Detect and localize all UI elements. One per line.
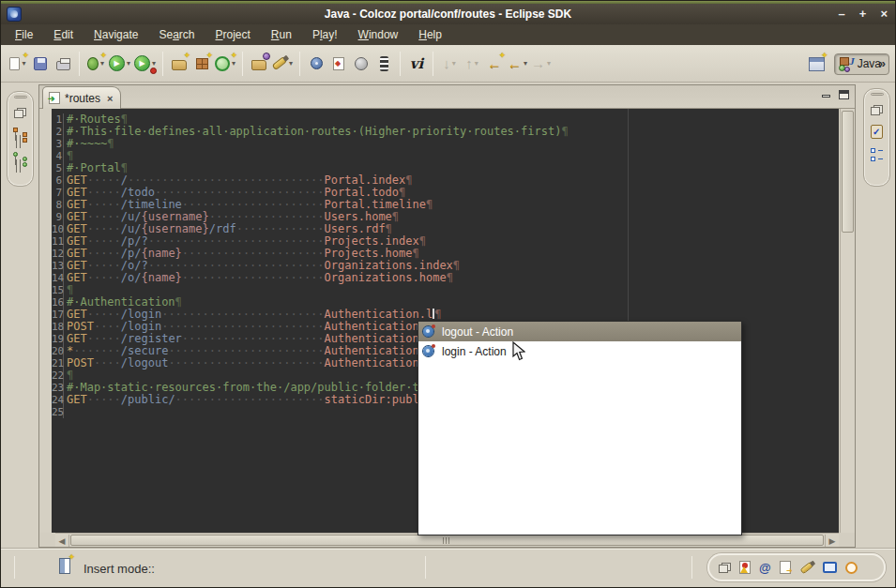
completion-item[interactable]: login - Action — [418, 341, 741, 361]
code-segment: Portal.todo — [325, 186, 399, 199]
forward-button[interactable]: →▾ — [529, 52, 553, 76]
run-button[interactable]: ▶▾ — [107, 52, 132, 76]
last-edit-location-button[interactable]: ←✦ — [483, 52, 506, 76]
horizontal-scrollbar-thumb[interactable] — [70, 535, 824, 546]
maximize-button[interactable]: + — [859, 4, 867, 24]
javadoc-view-icon[interactable]: @ — [759, 561, 771, 575]
maximize-editor-icon[interactable] — [839, 90, 849, 99]
code-segment: /logout — [121, 356, 169, 369]
next-annotation-button[interactable]: ↓▾ — [438, 52, 461, 76]
close-button[interactable]: × — [880, 4, 888, 24]
type-hierarchy-icon[interactable] — [13, 152, 27, 167]
outline-view-icon[interactable] — [871, 148, 884, 163]
fast-view-icon[interactable] — [59, 558, 70, 574]
code-segment: /login — [121, 320, 161, 333]
code-segment: GET — [67, 210, 87, 223]
previous-annotation-button[interactable]: ↑▾ — [461, 52, 483, 76]
annotation-ruler[interactable] — [40, 109, 52, 533]
vertical-scrollbar[interactable] — [840, 109, 855, 533]
declaration-view-icon[interactable] — [780, 561, 791, 574]
minimize-button[interactable]: – — [839, 4, 845, 24]
code-segment: GET — [67, 247, 87, 260]
code-line[interactable]: 14GET·····/o/{name}·····················… — [52, 272, 839, 284]
code-line[interactable]: 4¶ — [52, 150, 839, 162]
tab-routes[interactable]: *routes × — [42, 86, 121, 109]
scroll-left-arrow[interactable]: ◀ — [55, 535, 69, 547]
code-segment: ····················· — [182, 332, 325, 345]
code-segment: ······················ — [175, 393, 325, 406]
menu-item-window[interactable]: Window — [348, 25, 409, 44]
scrollbar-grip — [443, 537, 452, 544]
code-segment: GET — [67, 173, 87, 187]
tab-close-icon[interactable]: × — [107, 93, 113, 104]
drag-handle[interactable] — [14, 96, 27, 98]
save-button[interactable] — [29, 52, 52, 76]
open-perspective-button[interactable]: ✦ — [806, 52, 828, 76]
code-line[interactable]: 3#·~~~~¶ — [52, 138, 839, 150]
status-bar: Insert mode:: @ — [1, 548, 895, 585]
open-type-button[interactable] — [248, 52, 270, 76]
package-explorer-icon[interactable] — [13, 128, 27, 143]
tasks-view-icon[interactable] — [871, 125, 883, 139]
code-segment: {username} — [142, 222, 209, 235]
minimized-views-trim: @ — [707, 553, 886, 581]
minimize-editor-icon[interactable] — [822, 95, 830, 98]
toolbar-overflow-chevron[interactable]: » — [879, 56, 886, 70]
print-button[interactable] — [52, 52, 74, 76]
code-segment: /p/ — [121, 247, 142, 260]
code-segment: GET — [67, 259, 87, 272]
code-segment: GET — [67, 271, 87, 284]
new-class-button[interactable]: ✦▾ — [213, 52, 237, 76]
menu-item-navigate[interactable]: Navigate — [84, 25, 148, 44]
progress-view-icon[interactable] — [845, 562, 858, 574]
problems-view-icon[interactable] — [739, 561, 751, 574]
web-browser-button[interactable] — [350, 52, 372, 76]
console-view-icon[interactable] — [823, 562, 837, 573]
code-segment: ¶ — [426, 198, 433, 211]
menu-item-play[interactable]: Play! — [302, 25, 348, 44]
restore-views-icon[interactable] — [14, 108, 26, 118]
xml-file-button[interactable] — [327, 52, 350, 76]
restore-views-icon[interactable] — [871, 105, 883, 115]
code-segment: GET — [67, 332, 87, 345]
new-package-button[interactable]: ✦ — [190, 52, 213, 76]
menu-item-project[interactable]: Project — [205, 25, 260, 44]
code-segment: #·Authentication — [67, 295, 175, 309]
vertical-scrollbar-thumb[interactable] — [842, 111, 854, 233]
new-wizard-button[interactable]: ✦▾ — [7, 52, 29, 76]
code-segment: Authentication.l — [325, 308, 433, 321]
completion-item[interactable]: logout - Action — [418, 322, 741, 341]
column-ruler-button[interactable] — [372, 52, 395, 76]
back-button[interactable]: ←▾ — [506, 52, 529, 76]
title-bar[interactable]: Java - Colcoz portal/conf/routes - Eclip… — [1, 4, 895, 24]
line-number: 24 — [52, 394, 64, 406]
code-segment: Projects.index — [325, 234, 419, 248]
debug-button[interactable]: ✦▾ — [84, 52, 107, 76]
scroll-right-arrow[interactable]: ▶ — [825, 535, 839, 547]
code-segment: GET — [67, 308, 87, 321]
drag-handle[interactable] — [871, 93, 884, 96]
external-tools-gear-button[interactable] — [305, 52, 327, 76]
menu-item-file[interactable]: File — [5, 25, 43, 44]
menu-item-search[interactable]: Search — [148, 25, 205, 44]
code-line[interactable]: 2#·This·file·defines·all·application·rou… — [52, 126, 839, 138]
code-segment: {name} — [142, 271, 182, 284]
line-number: 9 — [52, 211, 64, 223]
code-segment: Users.rdf — [325, 222, 386, 235]
vrapper-vi-toggle[interactable]: vi — [405, 52, 428, 76]
run-external-button[interactable]: ▶▾ — [132, 52, 158, 76]
code-segment: ····· — [87, 259, 121, 272]
menu-item-help[interactable]: Help — [408, 25, 452, 44]
code-segment: POST — [67, 356, 94, 369]
menu-item-run[interactable]: Run — [261, 25, 302, 44]
line-number: 25 — [52, 406, 64, 418]
new-java-project-button[interactable]: ✦ — [168, 52, 190, 76]
search-view-icon[interactable] — [799, 561, 813, 574]
restore-views-icon[interactable] — [719, 563, 731, 573]
search-button[interactable]: ▾ — [270, 52, 295, 76]
line-number: 2 — [52, 126, 64, 138]
menu-item-edit[interactable]: Edit — [43, 25, 84, 44]
line-number: 5 — [52, 162, 64, 174]
code-segment: ························ — [161, 320, 324, 333]
line-number: 4 — [52, 150, 64, 162]
